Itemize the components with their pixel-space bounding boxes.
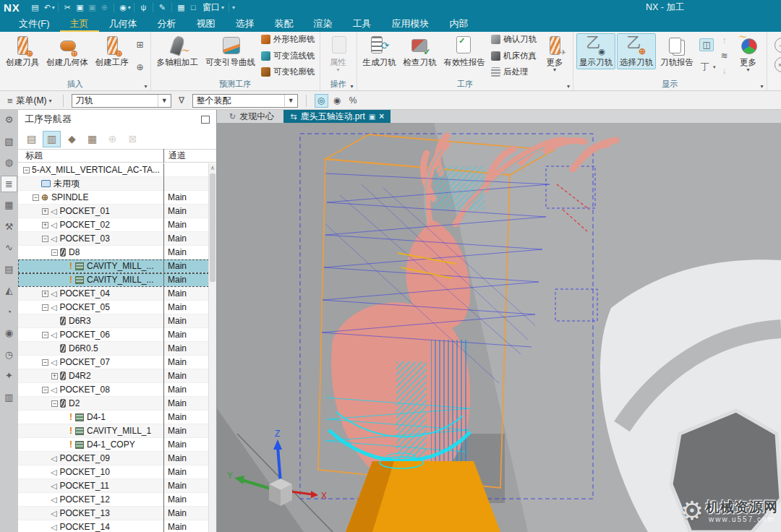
group-more-caret-icon[interactable]: ▾ <box>761 83 764 90</box>
navigator-row-POCKET_12[interactable]: POCKET_12 Main <box>18 493 216 507</box>
expander-icon[interactable]: − <box>42 387 48 393</box>
machine-tool-view-icon[interactable]: ▥ <box>43 131 61 147</box>
menu-item-装配[interactable]: 装配 <box>265 15 304 32</box>
expander-icon[interactable]: − <box>33 194 39 201</box>
tooling-icon[interactable]: ⚒ <box>1 219 17 234</box>
create-feature-icon[interactable]: ⊞ <box>133 38 148 51</box>
web-browser-icon[interactable]: ◉ <box>1 325 17 340</box>
more-display-button[interactable]: 更多▾ <box>733 33 764 74</box>
navigator-row-POCKET_05[interactable]: − POCKET_05 Main <box>18 301 216 314</box>
part-icon[interactable]: ◭ <box>1 283 17 298</box>
show-hide-icon[interactable]: ◉ <box>330 94 344 108</box>
navigator-row-POCKET_02[interactable]: + POCKET_02 Main <box>18 218 216 232</box>
navigator-row-POCKET_03[interactable]: − POCKET_03 Main <box>18 232 216 246</box>
expander-icon[interactable]: − <box>42 304 48 311</box>
tab-鹿头五轴连动.prt[interactable]: ⇆ 鹿头五轴连动.prt ▣× <box>283 110 390 123</box>
menu-item-选择[interactable]: 选择 <box>226 15 265 32</box>
scroll-up-icon[interactable]: ∧ <box>209 163 216 173</box>
group-more-caret-icon[interactable]: ▾ <box>567 83 570 90</box>
expander-icon[interactable]: − <box>42 359 48 366</box>
touch-mode-icon[interactable]: ✎ <box>156 1 168 13</box>
machine-simulation-button[interactable]: 机床仿真 <box>491 51 537 61</box>
restore-window-icon[interactable]: ▣ <box>369 113 375 121</box>
group-more-caret-icon[interactable]: ▾ <box>350 83 353 90</box>
settings-gear-icon[interactable]: ⚙ <box>1 112 17 127</box>
create-tool-button[interactable]: 创建刀具 <box>3 33 42 69</box>
navigator-row-未用项[interactable]: 未用项 <box>18 177 216 191</box>
geometry-view-icon[interactable]: ◆ <box>63 131 81 147</box>
save-icon[interactable]: ▤ <box>29 1 41 13</box>
navigator-row-POCKET_06[interactable]: − POCKET_06 Main <box>18 328 216 342</box>
cut-icon[interactable]: ✂ <box>61 1 74 13</box>
expander-icon[interactable]: − <box>42 236 48 242</box>
streamline-button[interactable]: 可变流线铣 <box>261 51 315 61</box>
confirm-toolpath-button[interactable]: 确认刀轨 <box>491 34 537 45</box>
tool-display-icon[interactable]: 丁 <box>698 61 712 74</box>
close-tab-icon[interactable]: × <box>379 111 384 121</box>
assembly-navigator-icon[interactable]: ▧ <box>1 134 17 149</box>
microphone-icon[interactable]: ψ <box>137 1 150 13</box>
expander-icon[interactable]: − <box>51 400 58 407</box>
menu-button[interactable]: ≡ 菜单(M) ▾ <box>4 95 55 107</box>
menu-item-文件(F)[interactable]: 文件(F) <box>9 15 60 32</box>
navigator-row-D2[interactable]: − D2 Main <box>18 397 216 411</box>
group-more-caret-icon[interactable]: ▾ <box>144 83 147 90</box>
quick-access-caret-icon[interactable]: ▾ <box>232 4 235 11</box>
navigator-row-POCKET_04[interactable]: + POCKET_04 Main <box>18 287 216 301</box>
menu-item-几何体[interactable]: 几何体 <box>99 15 148 32</box>
reference-sets-icon[interactable]: ▤ <box>1 262 17 277</box>
machine-icon[interactable]: ▥ <box>1 390 17 405</box>
navigator-row-POCKET_08[interactable]: − POCKET_08 Main <box>18 383 216 397</box>
suppress-icon[interactable]: % <box>346 94 360 108</box>
program-order-view-icon[interactable]: ▤ <box>22 131 40 147</box>
3d-viewport[interactable]: Z Y X ⚙ 机械资源网 www.u557.com <box>217 123 781 532</box>
mcs-display-icon[interactable]: ◎ <box>315 94 328 108</box>
menu-item-应用模块[interactable]: 应用模块 <box>382 15 440 32</box>
navigator-row-POCKET_13[interactable]: POCKET_13 Main <box>18 507 216 520</box>
cascade-windows-icon[interactable]: ▦ <box>175 1 187 13</box>
create-geometry-button[interactable]: 创建几何体 <box>43 33 91 69</box>
navigator-row-POCKET_11[interactable]: POCKET_11 Main <box>18 479 216 493</box>
create-operation-button[interactable]: 创建工序 <box>93 33 132 69</box>
menu-item-分析[interactable]: 分析 <box>148 15 187 32</box>
properties-button[interactable]: 属性▾ <box>323 33 354 74</box>
expander-icon[interactable]: − <box>51 249 58 256</box>
expander-icon[interactable]: + <box>42 208 48 215</box>
viewport-canvas[interactable]: Z Y X <box>217 123 781 532</box>
generate-toolpath-button[interactable]: 生成刀轨 <box>360 33 399 69</box>
overlay-display-icon[interactable]: ◫ <box>699 38 714 51</box>
tab-发现中心[interactable]: ↻ 发现中心 <box>223 110 281 123</box>
dependencies-icon[interactable]: ∿ <box>1 240 17 255</box>
combo-caret-icon[interactable]: ▼ <box>284 95 297 107</box>
maximize-window-icon[interactable]: □ <box>187 1 200 13</box>
operation-navigator-icon[interactable]: ≣ <box>1 176 17 192</box>
create-method-icon[interactable]: ⊕ <box>133 61 148 74</box>
validity-report-button[interactable]: 有效性报告 <box>441 33 489 69</box>
navigator-row-CAVITY_MILL_...[interactable]: ! CAVITY_MILL_... Main <box>18 273 216 287</box>
expander-icon[interactable]: − <box>42 332 48 338</box>
menu-item-内部[interactable]: 内部 <box>440 15 479 32</box>
navigator-row-5-AX_MILL_VERTICAL_AC-TA...[interactable]: − 5-AX_MILL_VERTICAL_AC-TA... <box>18 163 216 177</box>
expander-icon[interactable]: + <box>51 373 58 379</box>
profile-contour-button[interactable]: 外形轮廓铣 <box>261 34 315 45</box>
machine-tool-navigator-icon[interactable]: ▦ <box>1 197 17 213</box>
navigator-row-POCKET_09[interactable]: POCKET_09 Main <box>18 452 216 466</box>
variable-contour-button[interactable]: 可变轮廓铣 <box>261 66 315 77</box>
combo-caret-icon[interactable]: ▼ <box>158 95 171 107</box>
layers-icon[interactable]: ≋ <box>717 49 732 62</box>
history-icon[interactable]: ◷ <box>1 347 17 362</box>
multiaxis-roughing-button[interactable]: 多轴粗加工 <box>154 33 202 69</box>
copy-icon[interactable]: ▣ <box>74 1 86 13</box>
navigator-row-POCKET_01[interactable]: + POCKET_01 Main <box>18 205 216 218</box>
find-icon-caret[interactable]: ▾ <box>128 4 131 11</box>
undock-panel-icon[interactable] <box>201 116 210 124</box>
scrollbar-thumb[interactable] <box>210 173 215 282</box>
view-filter-combo[interactable]: 刀轨 ▼ <box>72 94 171 108</box>
navigator-row-CAVITY_MILL_...[interactable]: ! CAVITY_MILL_... Main <box>18 259 216 273</box>
move-up-icon[interactable]: ↑ <box>717 34 732 47</box>
tools-icon[interactable]: ✦ <box>1 368 17 383</box>
navigator-row-POCKET_14[interactable]: POCKET_14 Main <box>18 520 216 532</box>
navigator-scrollbar[interactable]: ∧ <box>208 163 216 532</box>
window-menu[interactable]: 窗口 <box>202 1 220 14</box>
window-menu-caret-icon[interactable]: ▾ <box>221 4 224 11</box>
